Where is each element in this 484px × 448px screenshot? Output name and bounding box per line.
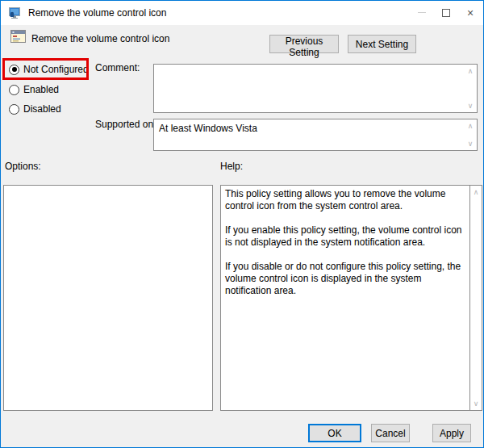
radio-circle — [9, 104, 19, 115]
scroll-down-icon[interactable]: ∨ — [465, 101, 475, 111]
help-text: This policy setting allows you to remove… — [225, 188, 465, 297]
apply-button[interactable]: Apply — [432, 424, 471, 442]
supported-on-value: At least Windows Vista — [159, 123, 461, 134]
scroll-down-icon[interactable]: ∨ — [465, 139, 475, 149]
supported-on-label: Supported on: — [95, 119, 156, 130]
supported-on-box[interactable]: At least Windows Vista ∧ ∨ — [153, 119, 478, 151]
radio-label: Enabled — [23, 84, 59, 95]
caption-buttons: × — [410, 1, 482, 24]
window-title: Remove the volume control icon — [28, 7, 166, 19]
help-panel[interactable]: This policy setting allows you to remove… — [220, 185, 482, 411]
cancel-button[interactable]: Cancel — [371, 424, 410, 442]
scroll-up-icon[interactable]: ∧ — [465, 66, 475, 76]
next-setting-button[interactable]: Next Setting — [348, 35, 416, 53]
minimize-icon[interactable] — [410, 1, 434, 24]
options-label: Options: — [5, 161, 41, 172]
options-panel — [3, 185, 213, 411]
ok-button[interactable]: OK — [308, 424, 361, 442]
policy-setting-icon — [10, 30, 26, 43]
titlebar[interactable]: Remove the volume control icon × — [1, 1, 483, 25]
gpedit-app-icon — [8, 6, 21, 19]
scroll-down-icon[interactable]: ∨ — [471, 399, 481, 408]
radio-enabled[interactable]: Enabled — [9, 84, 59, 95]
radio-circle — [9, 85, 19, 95]
radio-label: Disabled — [23, 103, 61, 115]
close-icon[interactable]: × — [458, 1, 482, 24]
policy-name-heading: Remove the volume control icon — [31, 33, 169, 44]
radio-circle-selected — [9, 65, 19, 75]
help-scrollbar[interactable]: ∧ ∨ — [469, 186, 482, 410]
radio-label: Not Configured — [23, 64, 89, 75]
help-label: Help: — [220, 161, 243, 172]
radio-not-configured[interactable]: Not Configured — [9, 64, 89, 75]
policy-setting-dialog: Remove the volume control icon × Remove … — [0, 0, 484, 448]
previous-setting-button[interactable]: Previous Setting — [269, 35, 339, 53]
radio-disabled[interactable]: Disabled — [9, 103, 61, 115]
scroll-up-icon[interactable]: ∧ — [465, 121, 475, 131]
scroll-up-icon[interactable]: ∧ — [471, 187, 481, 197]
comment-label: Comment: — [95, 62, 140, 73]
comment-input[interactable]: ∧ ∨ — [153, 64, 478, 113]
maximize-icon[interactable] — [434, 1, 458, 24]
